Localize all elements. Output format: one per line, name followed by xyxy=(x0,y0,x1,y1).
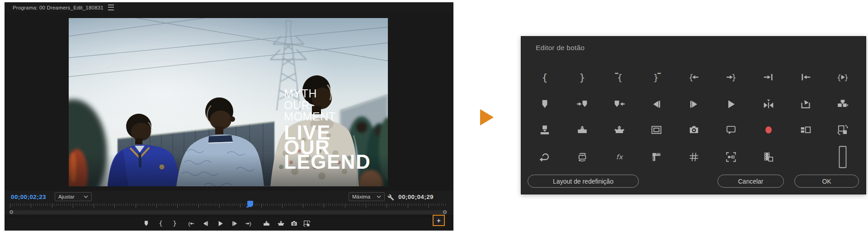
playback-resolution-dropdown[interactable]: Máxima xyxy=(349,192,385,201)
extract-icon xyxy=(613,124,625,136)
be-icon-toggle-proxies[interactable] xyxy=(750,147,787,167)
chevron-down-icon xyxy=(377,195,381,198)
play-in-to-out-icon xyxy=(837,71,849,83)
be-icon-mark-in[interactable] xyxy=(526,67,563,87)
be-icon-global-fx-mute[interactable] xyxy=(601,147,638,167)
cancel-button[interactable]: Cancelar xyxy=(717,175,784,188)
play-video-icon xyxy=(800,98,811,110)
playback-resolution-value: Máxima xyxy=(352,194,370,199)
mark-in-icon xyxy=(539,71,551,83)
speech-bubble-icon xyxy=(725,124,737,136)
next-edit-point-icon xyxy=(763,71,774,83)
be-icon-add-marker[interactable] xyxy=(526,94,563,114)
zoom-scrollbar[interactable] xyxy=(10,210,448,214)
go-to-in-icon xyxy=(187,220,195,227)
transport-play-button[interactable] xyxy=(215,218,226,229)
proxies-icon xyxy=(763,151,774,163)
lift-icon xyxy=(576,124,588,136)
record-icon xyxy=(763,124,774,136)
icon-grid-row-3 xyxy=(526,120,862,140)
wrench-icon xyxy=(387,194,394,201)
be-icon-toggle-multi-camera-view[interactable] xyxy=(787,120,824,140)
transport-lift-button[interactable] xyxy=(261,218,272,229)
comparison-view-icon xyxy=(837,124,849,136)
loop-icon xyxy=(539,151,551,163)
program-monitor-body: Programa: 00 Dreamers_Edit_180831 xyxy=(5,2,453,230)
be-icon-toggle-vr-video-display[interactable] xyxy=(563,147,600,167)
go-to-out-icon xyxy=(725,71,737,83)
transport-step-forward-button[interactable] xyxy=(229,218,240,229)
be-icon-snap-in-program-monitor[interactable] xyxy=(712,147,750,167)
be-icon-go-to-next-edit-point[interactable] xyxy=(750,67,787,87)
transport-bar: + xyxy=(5,216,453,231)
be-icon-go-to-previous-marker[interactable] xyxy=(601,94,638,114)
program-monitor-panel: Programa: 00 Dreamers_Edit_180831 xyxy=(5,2,453,230)
be-icon-go-to-next-marker[interactable] xyxy=(563,94,600,114)
transport-go-to-out-button[interactable] xyxy=(243,218,254,229)
dialog-title: Editor de botão xyxy=(536,44,585,52)
be-icon-extract[interactable] xyxy=(601,120,638,140)
be-icon-show-rulers[interactable] xyxy=(638,147,675,167)
be-icon-clear-out[interactable] xyxy=(638,67,675,87)
be-icon-step-forward[interactable] xyxy=(675,94,712,114)
play-icon xyxy=(725,98,737,110)
transport-comparison-view-button[interactable] xyxy=(301,218,312,229)
time-ruler[interactable] xyxy=(10,203,448,209)
be-icon-step-back[interactable] xyxy=(638,94,675,114)
be-icon-play-around[interactable] xyxy=(750,94,787,114)
clear-in-icon xyxy=(613,71,625,83)
be-icon-record-on-off[interactable] xyxy=(750,120,787,140)
be-icon-spacer[interactable] xyxy=(824,147,861,167)
timecode-row: 00;00;02;23 Ajustar Máxima 00;00;04;29 xyxy=(5,191,453,203)
be-icon-play-in-to-out[interactable] xyxy=(824,67,861,87)
marker-icon xyxy=(142,220,150,227)
be-icon-export-frame[interactable] xyxy=(675,120,712,140)
be-icon-closed-captions-display[interactable] xyxy=(712,120,750,140)
previous-edit-point-icon xyxy=(800,71,811,83)
be-icon-play-video[interactable] xyxy=(787,94,824,114)
be-icon-go-to-previous-edit-point[interactable] xyxy=(787,67,824,87)
be-icon-overwrite[interactable] xyxy=(526,120,563,140)
be-icon-show-guides[interactable] xyxy=(675,147,712,167)
be-icon-go-to-in[interactable] xyxy=(675,67,712,87)
transport-mark-out-button[interactable] xyxy=(169,218,180,229)
be-icon-clear-in[interactable] xyxy=(601,67,638,87)
settings-button[interactable] xyxy=(387,193,395,201)
transport-go-to-in-button[interactable] xyxy=(185,218,196,229)
be-icon-go-to-out[interactable] xyxy=(712,67,750,87)
be-icon-loop[interactable] xyxy=(526,147,563,167)
transport-add-marker-button[interactable] xyxy=(141,218,151,229)
be-icon-play-stop-toggle[interactable] xyxy=(712,94,750,114)
be-icon-mark-out[interactable] xyxy=(563,67,600,87)
be-icon-comparison-view[interactable] xyxy=(824,120,861,140)
transport-step-back-button[interactable] xyxy=(200,218,211,229)
comparison-view-icon xyxy=(303,220,311,227)
icon-grid-row-4 xyxy=(526,147,862,167)
step-back-icon xyxy=(202,220,209,227)
panel-title: Programa: 00 Dreamers_Edit_180831 xyxy=(13,5,104,10)
reset-layout-button[interactable]: Layout de redefinição xyxy=(528,175,639,188)
be-icon-insert[interactable] xyxy=(824,94,861,114)
vr-display-icon xyxy=(576,151,588,163)
zoom-handle-right[interactable] xyxy=(443,210,447,214)
zoom-handle-left[interactable] xyxy=(9,210,13,214)
camera-icon xyxy=(688,124,700,136)
play-around-icon xyxy=(763,98,774,110)
step-forward-icon xyxy=(688,98,700,110)
panel-menu-icon[interactable] xyxy=(108,5,114,10)
transport-extract-button[interactable] xyxy=(275,218,286,229)
next-marker-icon xyxy=(576,98,588,110)
transport-mark-in-button[interactable] xyxy=(155,218,166,229)
ok-button[interactable]: OK xyxy=(794,175,859,188)
button-editor-add-button[interactable]: + xyxy=(433,215,445,226)
be-icon-lift[interactable] xyxy=(563,120,600,140)
sequence-duration: 00;00;04;29 xyxy=(398,194,434,200)
playhead[interactable] xyxy=(247,201,253,207)
flow-arrow-icon xyxy=(480,109,494,125)
fit-dropdown[interactable]: Ajustar xyxy=(55,192,92,201)
transport-export-frame-button[interactable] xyxy=(288,218,299,229)
current-timecode[interactable]: 00;00;02;23 xyxy=(11,194,46,200)
clear-out-icon xyxy=(651,71,662,83)
be-icon-safe-margins[interactable] xyxy=(638,120,675,140)
button-editor-dialog: Editor de botão xyxy=(521,36,866,194)
